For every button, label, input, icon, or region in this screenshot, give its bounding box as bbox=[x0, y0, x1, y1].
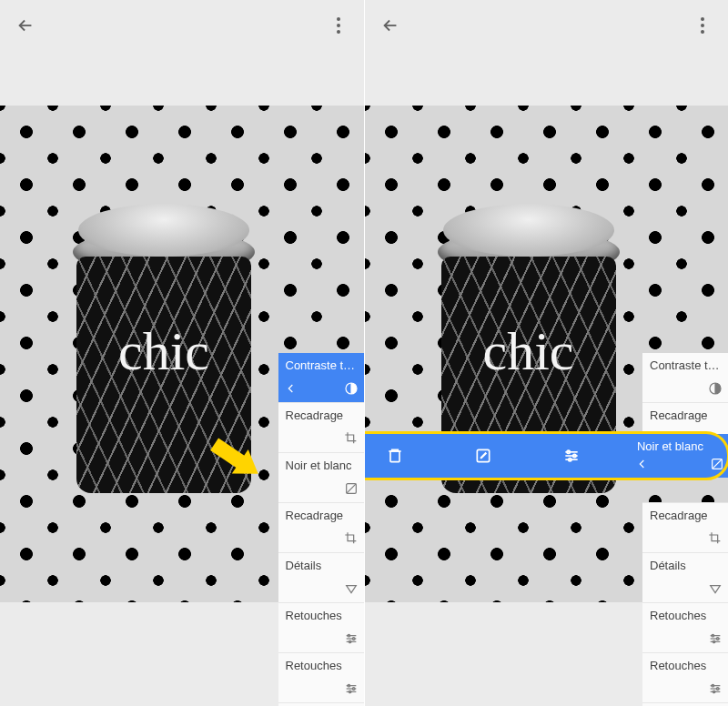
edit-step-actions-toolbar bbox=[364, 434, 644, 478]
black-white-icon bbox=[710, 457, 724, 474]
tune-icon bbox=[708, 681, 723, 699]
overflow-menu-button[interactable] bbox=[324, 11, 353, 40]
app-bar bbox=[0, 0, 364, 51]
edit-step-label: Recadrage bbox=[650, 509, 708, 523]
edit-step-label: Noir et blanc bbox=[637, 439, 703, 453]
edit-step-sans-filtre[interactable]: Sans filtre bbox=[642, 702, 728, 706]
edit-step-label: Contraste tonal bbox=[650, 358, 721, 373]
tune-icon bbox=[708, 631, 723, 649]
edit-step-noir-et-blanc[interactable]: Noir et blanc bbox=[278, 452, 364, 502]
edit-step-recadrage[interactable]: Recadrage bbox=[278, 502, 364, 552]
edit-step-recadrage[interactable]: Recadrage bbox=[278, 402, 364, 452]
edit-step-label: Retouches bbox=[650, 609, 706, 623]
crop-icon bbox=[344, 531, 359, 549]
edit-step-label: Détails bbox=[286, 559, 322, 573]
edit-step-actions-highlight: Noir et blanc bbox=[364, 431, 729, 480]
edit-step-details[interactable]: Détails bbox=[642, 552, 728, 602]
chevron-left-icon bbox=[635, 457, 650, 474]
edit-step-retouches[interactable]: Retouches bbox=[278, 652, 364, 702]
overflow-menu-button[interactable] bbox=[688, 11, 717, 40]
screen-after: chic Contraste tonal Recadrage Recadrage… bbox=[364, 0, 729, 706]
edit-step-label: Recadrage bbox=[286, 509, 344, 523]
tonal-contrast-icon bbox=[708, 381, 723, 398]
edit-step-contraste-tonal[interactable]: Contraste tonal bbox=[278, 353, 364, 402]
edit-step-label: Retouches bbox=[286, 659, 342, 673]
black-white-icon bbox=[344, 481, 359, 499]
delete-step-button[interactable] bbox=[379, 440, 410, 471]
edit-step-label: Détails bbox=[650, 559, 686, 573]
edit-step-label: Retouches bbox=[286, 609, 342, 623]
crop-icon bbox=[708, 531, 723, 549]
details-icon bbox=[708, 581, 723, 599]
tonal-contrast-icon bbox=[344, 381, 359, 398]
edit-step-details[interactable]: Détails bbox=[278, 552, 364, 602]
edit-stack: Contraste tonal Recadrage Noir et blanc … bbox=[278, 353, 364, 706]
tune-icon bbox=[344, 681, 359, 699]
edit-step-retouches[interactable]: Retouches bbox=[278, 602, 364, 652]
app-bar bbox=[365, 0, 729, 51]
tune-icon bbox=[344, 631, 359, 649]
edit-step-sans-filtre[interactable]: Sans filtre bbox=[278, 702, 364, 706]
vertical-ellipsis-icon bbox=[701, 17, 704, 34]
crop-icon bbox=[344, 431, 359, 449]
vertical-ellipsis-icon bbox=[337, 17, 340, 34]
edit-step-label: Retouches bbox=[650, 659, 706, 673]
screen-before: chic Contraste tonal Recadrage Noir et b… bbox=[0, 0, 364, 706]
chevron-left-icon bbox=[284, 381, 298, 398]
edit-step-contraste-tonal[interactable]: Contraste tonal bbox=[642, 353, 728, 402]
edit-step-button[interactable] bbox=[468, 440, 499, 471]
tune-step-button[interactable] bbox=[556, 440, 587, 471]
edit-step-label: Recadrage bbox=[286, 408, 344, 423]
details-icon bbox=[344, 581, 359, 599]
back-button[interactable] bbox=[376, 11, 405, 40]
edit-step-retouches[interactable]: Retouches bbox=[642, 652, 728, 702]
edit-step-label: Recadrage bbox=[650, 408, 708, 423]
edit-step-noir-et-blanc-selected[interactable]: Noir et blanc bbox=[630, 434, 728, 478]
edit-step-recadrage[interactable]: Recadrage bbox=[642, 502, 728, 552]
edit-step-label: Contraste tonal bbox=[286, 358, 357, 373]
edit-stack: Contraste tonal Recadrage Recadrage Déta… bbox=[642, 353, 728, 706]
back-button[interactable] bbox=[11, 11, 40, 40]
edit-step-label: Noir et blanc bbox=[286, 459, 352, 473]
edit-step-retouches[interactable]: Retouches bbox=[642, 602, 728, 652]
